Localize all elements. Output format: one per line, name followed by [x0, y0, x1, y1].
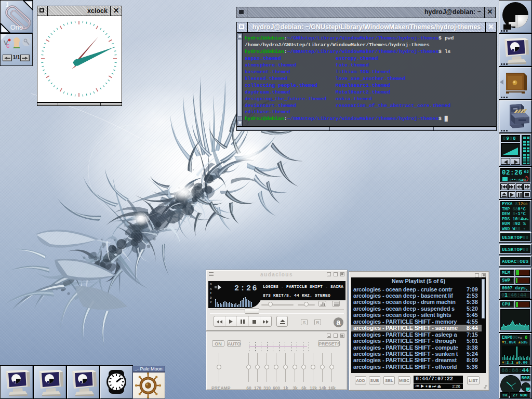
svg-text:c: c — [6, 42, 10, 49]
